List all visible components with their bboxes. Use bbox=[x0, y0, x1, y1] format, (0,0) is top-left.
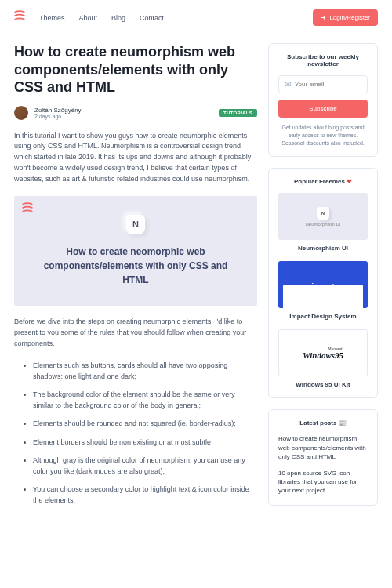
login-icon: ➜ bbox=[321, 14, 326, 21]
freebie-thumb-impact: impact bbox=[278, 261, 368, 308]
latest-title: Latest posts 📰 bbox=[278, 419, 368, 426]
envelope-icon: ✉ bbox=[285, 80, 291, 89]
rules-intro: Before we dive into the steps on creatin… bbox=[14, 317, 257, 350]
list-item: Elements such as buttons, cards should a… bbox=[33, 361, 257, 382]
freebie-item[interactable]: impact Impact Design System bbox=[278, 261, 368, 320]
top-nav: Themes About Blog Contact ➜ Login/Regist… bbox=[0, 0, 392, 35]
post-link[interactable]: 10 open source SVG icon libraries that y… bbox=[278, 469, 368, 495]
freebies-card: Popular Freebies ❤ N Neumorphism UI Neum… bbox=[268, 168, 378, 398]
byline: Zoltán Szőgyényi 2 days ago TUTORIALS bbox=[14, 106, 257, 120]
newspaper-icon: 📰 bbox=[339, 419, 347, 426]
intro-paragraph: In this tutorial I want to show you guys… bbox=[14, 131, 257, 186]
newsletter-note: Get updates about blog posts and early a… bbox=[278, 124, 368, 147]
freebie-label: Impact Design System bbox=[278, 313, 368, 320]
page-title: How to create neumorphism web components… bbox=[14, 43, 257, 96]
list-item: You can choose a secondary color to high… bbox=[33, 485, 257, 506]
nav-themes[interactable]: Themes bbox=[39, 14, 65, 22]
list-item: Elements should be rounded and not squar… bbox=[33, 419, 257, 430]
logo-icon[interactable] bbox=[14, 10, 25, 26]
list-item: Element borders should be non existing o… bbox=[33, 437, 257, 448]
freebie-label: Windows 95 UI Kit bbox=[278, 381, 368, 388]
nav-blog[interactable]: Blog bbox=[111, 14, 125, 22]
newsletter-title: Subscribe to our weekly newsletter bbox=[278, 53, 368, 67]
list-item: The background color of the element shou… bbox=[33, 390, 257, 411]
freebie-label: Neumorphism UI bbox=[278, 245, 368, 252]
hero-logo-icon bbox=[22, 202, 33, 217]
article-main: How to create neumorphism web components… bbox=[14, 43, 257, 514]
login-label: Login/Register bbox=[329, 14, 370, 21]
nav-about[interactable]: About bbox=[79, 14, 98, 22]
publish-date: 2 days ago bbox=[34, 114, 82, 119]
newsletter-card: Subscribe to our weekly newsletter ✉ Sub… bbox=[268, 43, 378, 157]
latest-posts-card: Latest posts 📰 How to create neumorphism… bbox=[268, 409, 378, 505]
email-input-wrap[interactable]: ✉ bbox=[278, 75, 368, 93]
freebie-thumb-win95: MicrosoftWindows95 bbox=[278, 329, 368, 376]
subscribe-button[interactable]: Subscribe bbox=[278, 100, 368, 118]
category-badge[interactable]: TUTORIALS bbox=[219, 109, 257, 117]
email-field[interactable] bbox=[295, 81, 361, 88]
list-item: Although gray is the original color of n… bbox=[33, 456, 257, 477]
login-button[interactable]: ➜ Login/Register bbox=[313, 9, 378, 26]
freebie-item[interactable]: N Neumorphism UI Neumorphism UI bbox=[278, 193, 368, 252]
hero-n-icon: N bbox=[126, 215, 145, 234]
freebie-item[interactable]: MicrosoftWindows95 Windows 95 UI Kit bbox=[278, 329, 368, 388]
rules-list: Elements such as buttons, cards should a… bbox=[14, 361, 257, 506]
post-link[interactable]: How to create neumorphism web components… bbox=[278, 434, 368, 461]
hero-title: How to create neomorphic web components/… bbox=[38, 245, 234, 287]
avatar bbox=[14, 106, 28, 120]
sidebar: Subscribe to our weekly newsletter ✉ Sub… bbox=[268, 43, 378, 514]
freebies-title: Popular Freebies ❤ bbox=[278, 178, 368, 185]
author-name: Zoltán Szőgyényi bbox=[34, 107, 82, 114]
freebie-thumb-neumorphism: N Neumorphism UI bbox=[278, 193, 368, 240]
hero-banner: N How to create neomorphic web component… bbox=[14, 196, 257, 306]
nav-contact[interactable]: Contact bbox=[140, 14, 164, 22]
heart-icon: ❤ bbox=[347, 178, 352, 185]
